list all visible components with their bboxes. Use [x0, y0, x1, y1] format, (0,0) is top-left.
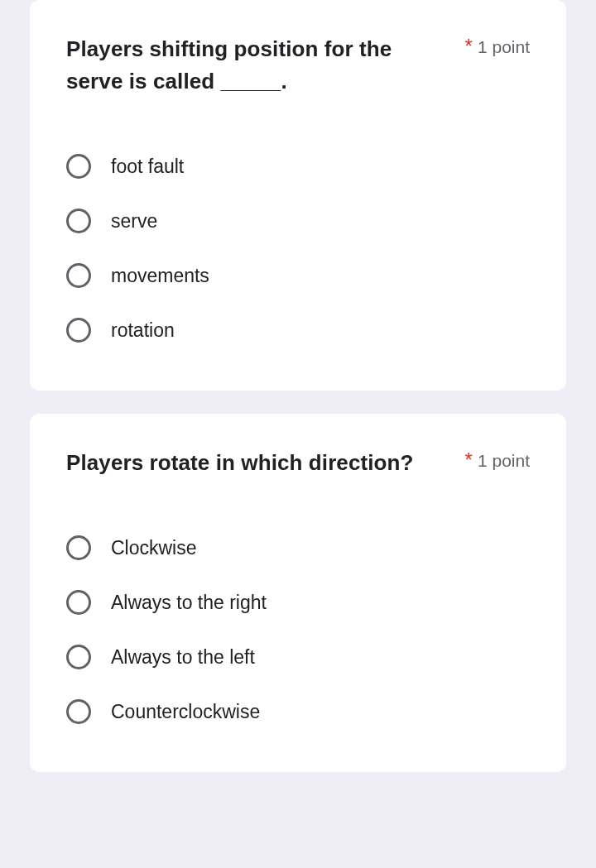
question-header: Players shifting position for the serve … — [66, 33, 530, 98]
question-title: Players rotate in which direction? — [66, 447, 452, 479]
required-asterisk-icon: * — [465, 450, 473, 470]
question-points: * 1 point — [465, 33, 530, 57]
question-header: Players rotate in which direction? * 1 p… — [66, 447, 530, 479]
radio-icon — [66, 263, 91, 288]
option-label: movements — [111, 265, 209, 287]
points-label: 1 point — [478, 451, 530, 471]
required-asterisk-icon: * — [465, 36, 473, 56]
option-label: serve — [111, 210, 157, 233]
radio-option[interactable]: Clockwise — [66, 520, 530, 575]
radio-option[interactable]: Always to the left — [66, 630, 530, 684]
radio-icon — [66, 535, 91, 560]
radio-option[interactable]: movements — [66, 248, 530, 303]
radio-icon — [66, 318, 91, 343]
radio-icon — [66, 645, 91, 669]
option-label: Always to the left — [111, 646, 255, 669]
option-label: rotation — [111, 319, 175, 342]
option-label: Counterclockwise — [111, 701, 260, 723]
radio-icon — [66, 209, 91, 233]
radio-option[interactable]: rotation — [66, 303, 530, 357]
radio-icon — [66, 590, 91, 615]
option-label: Clockwise — [111, 537, 197, 559]
radio-option[interactable]: foot fault — [66, 139, 530, 194]
options-group: Clockwise Always to the right Always to … — [66, 520, 530, 739]
radio-option[interactable]: Counterclockwise — [66, 684, 530, 739]
options-group: foot fault serve movements rotation — [66, 139, 530, 357]
radio-icon — [66, 154, 91, 179]
option-label: foot fault — [111, 156, 184, 178]
radio-icon — [66, 699, 91, 724]
radio-option[interactable]: Always to the right — [66, 575, 530, 630]
radio-option[interactable]: serve — [66, 194, 530, 248]
question-card: Players shifting position for the serve … — [30, 0, 566, 391]
question-title: Players shifting position for the serve … — [66, 33, 452, 98]
question-card: Players rotate in which direction? * 1 p… — [30, 414, 566, 772]
question-points: * 1 point — [465, 447, 530, 471]
points-label: 1 point — [478, 37, 530, 57]
option-label: Always to the right — [111, 592, 267, 614]
